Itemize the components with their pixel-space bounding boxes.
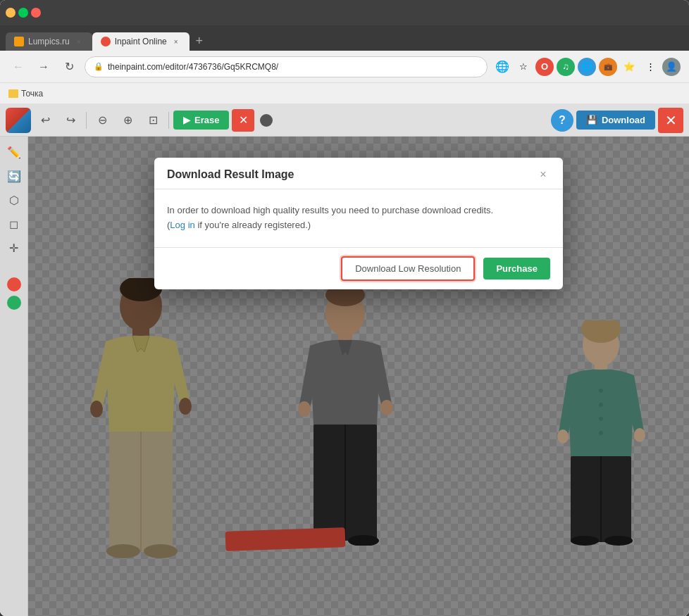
redo-button[interactable]: ↪ (59, 109, 82, 132)
forward-button[interactable]: → (34, 57, 54, 77)
modal-text-main: In order to download high quality result… (167, 205, 493, 215)
app-area: ↩ ↪ ⊖ ⊕ ⊡ ▶ Erase ✕ ? 💾 Download ✕ (0, 104, 689, 616)
download-low-resolution-button[interactable]: Download Low Resolution (341, 256, 475, 281)
undo-button[interactable]: ↩ (34, 109, 56, 132)
magic-tool[interactable]: ⬡ (4, 190, 24, 210)
purchase-button[interactable]: Purchase (483, 258, 550, 279)
avatar-icon[interactable]: 👤 (662, 58, 681, 76)
green-marker-tool[interactable] (7, 296, 21, 310)
close-app-button[interactable]: ✕ (658, 108, 683, 133)
toolbar: ↩ ↪ ⊖ ⊕ ⊡ ▶ Erase ✕ ? 💾 Download ✕ (0, 104, 689, 137)
left-sidebar: ✏️ 🔄 ⬡ ◻ ✛ (0, 137, 28, 616)
move-tool[interactable]: ✛ (4, 238, 24, 258)
lock-icon: 🔒 (94, 62, 104, 71)
title-bar (0, 0, 689, 25)
tab-close-inpaint[interactable]: × (171, 37, 181, 46)
close-button[interactable] (31, 8, 41, 18)
new-tab-button[interactable]: + (190, 31, 209, 51)
tab-bar: Lumpics.ru × Inpaint Online × + (0, 25, 689, 51)
modal-close-button[interactable]: × (536, 168, 550, 182)
login-link[interactable]: Log in (170, 220, 194, 230)
cancel-erase-button[interactable]: ✕ (232, 109, 254, 132)
modal-body: In order to download high quality result… (154, 189, 563, 247)
erase-label: Erase (194, 115, 219, 125)
help-button[interactable]: ? (551, 109, 573, 132)
back-button[interactable]: ← (8, 57, 28, 77)
bookmark-label: Точка (21, 89, 43, 99)
zoom-in-button[interactable]: ⊕ (116, 109, 139, 132)
erase-icon: ▶ (183, 115, 190, 125)
minimize-button[interactable] (6, 8, 15, 18)
modal-footer: Download Low Resolution Purchase (154, 247, 563, 289)
browser-icons: 🌐 ☆ O ♫ 🌐 💼 ⭐ ⋮ 👤 (493, 58, 681, 76)
refresh-button[interactable]: ↻ (59, 57, 79, 77)
pencil-tool[interactable]: ✏️ (4, 142, 24, 162)
download-toolbar-button[interactable]: 💾 Download (576, 111, 655, 130)
maximize-button[interactable] (18, 8, 28, 18)
tab-lumpics[interactable]: Lumpics.ru × (6, 32, 92, 51)
canvas-area: Download Result Image × In order to down… (28, 137, 689, 616)
vpn-icon[interactable]: 🌐 (578, 58, 596, 76)
opera-icon[interactable]: O (535, 58, 554, 76)
translate-icon[interactable]: 🌐 (493, 58, 511, 76)
bookmark-star-icon[interactable]: ☆ (514, 58, 533, 76)
brush-size-area (260, 114, 273, 127)
eraser-tool[interactable]: ◻ (4, 214, 24, 234)
address-bar: ← → ↻ 🔒 theinpaint.com/editor/4736736/Gq… (0, 51, 689, 83)
erase-button[interactable]: ▶ Erase (173, 111, 229, 130)
modal-overlay: Download Result Image × In order to down… (28, 137, 689, 616)
zoom-out-button[interactable]: ⊖ (91, 109, 113, 132)
tab-label-inpaint: Inpaint Online (115, 37, 167, 46)
tab-inpaint[interactable]: Inpaint Online × (92, 32, 190, 51)
modal-text-suffix: if you're already registered. (195, 220, 308, 230)
url-bar[interactable]: 🔒 theinpaint.com/editor/4736736/Gq5KRCMQ… (85, 56, 488, 77)
tab-close-lumpics[interactable]: × (74, 37, 84, 46)
red-marker-tool[interactable] (7, 277, 21, 291)
browser-window: Lumpics.ru × Inpaint Online × + ← → ↻ 🔒 … (0, 0, 689, 616)
music-icon[interactable]: ♫ (557, 58, 575, 76)
bookmark-item[interactable]: Точка (8, 89, 43, 99)
app-logo (6, 108, 31, 133)
brush-preview (260, 114, 273, 127)
tab-label-lumpics: Lumpics.ru (28, 37, 70, 46)
tab-favicon-inpaint (101, 37, 111, 46)
wallet-icon[interactable]: 💼 (599, 58, 617, 76)
extensions-icon[interactable]: ⭐ (620, 58, 638, 76)
url-text: theinpaint.com/editor/4736736/Gq5KRCMQ8/ (108, 62, 278, 72)
bookmarks-bar: Точка (0, 83, 689, 104)
modal-header: Download Result Image × (154, 158, 563, 189)
modal-body-text: In order to download high quality result… (167, 203, 550, 233)
bookmark-folder-icon (8, 89, 18, 98)
window-controls (6, 8, 41, 18)
download-toolbar-label: Download (602, 115, 645, 125)
menu-icon[interactable]: ⋮ (641, 58, 659, 76)
modal-dialog: Download Result Image × In order to down… (154, 158, 563, 289)
content-area: ✏️ 🔄 ⬡ ◻ ✛ (0, 137, 689, 616)
modal-title: Download Result Image (167, 168, 294, 181)
lasso-tool[interactable]: 🔄 (4, 166, 24, 186)
fit-button[interactable]: ⊡ (142, 109, 164, 132)
separator-1 (86, 112, 87, 129)
save-icon: 💾 (586, 115, 597, 125)
tab-favicon-lumpics (14, 37, 24, 46)
separator-2 (168, 112, 169, 129)
